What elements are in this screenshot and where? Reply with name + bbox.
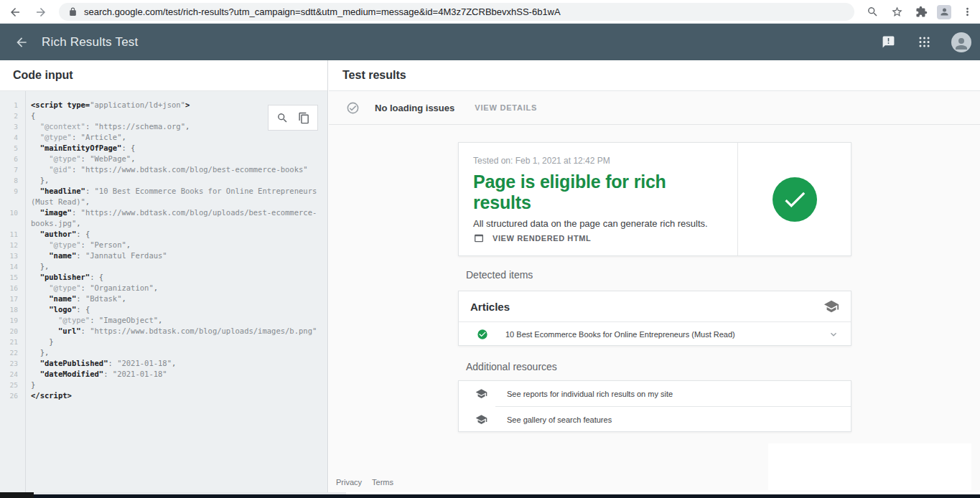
code-line: 13 "name": "Jannatul Ferdaus" xyxy=(0,250,325,261)
line-number: 22 xyxy=(0,347,26,358)
code-line: 17 "name": "Bdtask", xyxy=(0,293,325,304)
code-line-text: "@type": "ImageObject", xyxy=(26,315,325,326)
line-number: 24 xyxy=(0,369,26,380)
article-item-row[interactable]: 10 Best Ecommerce Books for Online Entre… xyxy=(459,322,851,346)
url-text: search.google.com/test/rich-results?utm_… xyxy=(84,6,561,17)
horizontal-scrollbar-thumb[interactable] xyxy=(0,492,34,498)
code-line-text: "mainEntityOfPage": { xyxy=(26,143,325,154)
code-line: 26</script> xyxy=(0,390,325,401)
resources-card: See reports for individual rich results … xyxy=(458,380,851,432)
eligibility-subtitle: All structured data on the page can gene… xyxy=(473,218,723,229)
apps-grid-button[interactable] xyxy=(915,34,933,51)
articles-title: Articles xyxy=(470,301,510,313)
code-toolbar xyxy=(268,105,318,131)
view-details-button[interactable]: VIEW DETAILS xyxy=(475,103,537,112)
article-item-label: 10 Best Ecommerce Books for Online Entre… xyxy=(505,330,735,339)
app-back-button[interactable] xyxy=(12,33,30,51)
success-check-circle-icon xyxy=(773,177,817,222)
window-bottom-edge xyxy=(0,494,980,498)
line-number: 10 xyxy=(0,207,26,218)
code-line-text: "publisher": { xyxy=(26,272,325,283)
code-input-panel: Code input 1<script type="application/ld… xyxy=(0,60,328,492)
code-line: 21 } xyxy=(0,337,325,347)
back-arrow-icon xyxy=(9,6,22,19)
three-dot-menu-icon xyxy=(961,6,974,18)
articles-card-header: Articles xyxy=(459,291,851,322)
account-avatar[interactable] xyxy=(951,32,971,52)
code-copy-button[interactable] xyxy=(296,110,312,126)
line-number: 23 xyxy=(0,358,26,369)
additional-resources-heading: Additional resources xyxy=(466,361,557,372)
code-line: 9 "headline": "10 Best Ecommerce Books f… xyxy=(0,186,325,207)
test-results-title: Test results xyxy=(329,60,980,91)
feedback-button[interactable] xyxy=(879,34,897,51)
code-line-text: "logo": { xyxy=(26,304,325,315)
code-line: 16 "@type": "Organization", xyxy=(0,283,325,293)
resource-link-row[interactable]: See gallery of search features xyxy=(459,407,851,432)
tested-on-text: Tested on: Feb 1, 2021 at 12:42 PM xyxy=(473,156,723,166)
code-line: 12 "@type": "Person", xyxy=(0,240,325,250)
code-line: 22 }, xyxy=(0,347,325,358)
extensions-button[interactable] xyxy=(913,4,930,21)
line-number: 13 xyxy=(0,250,26,261)
result-card-status xyxy=(738,143,851,255)
browser-toolbar: search.google.com/test/rich-results?utm_… xyxy=(0,0,980,24)
line-number: 2 xyxy=(0,111,26,121)
code-line: 4 "@type": "Article", xyxy=(0,132,325,143)
code-editor[interactable]: 1<script type="application/ld+json">2{3 … xyxy=(0,91,327,492)
code-line-text: }, xyxy=(26,261,325,272)
app-title: Rich Results Test xyxy=(42,24,138,60)
resource-link-label: See gallery of search features xyxy=(507,415,612,424)
code-line: 24 "dateModified": "2021-01-18" xyxy=(0,369,325,380)
privacy-link[interactable]: Privacy xyxy=(336,478,362,487)
code-line: 8 }, xyxy=(0,175,325,186)
code-line-text: "@type": "Article", xyxy=(26,132,325,143)
graduation-cap-icon[interactable] xyxy=(823,299,839,314)
test-results-panel: Test results No loading issues VIEW DETA… xyxy=(329,60,980,492)
code-line-text: "author": { xyxy=(26,229,325,240)
code-line-text: "image": "https://www.bdtask.com/blog/up… xyxy=(26,207,325,229)
line-number: 15 xyxy=(0,272,26,283)
address-bar[interactable]: search.google.com/test/rich-results?utm_… xyxy=(59,3,854,21)
code-line: 14 }, xyxy=(0,261,325,272)
resource-link-label: See reports for individual rich results … xyxy=(507,390,673,398)
zoom-button[interactable] xyxy=(864,4,881,21)
code-line-text: "@id": "https://www.bdtask.com/blog/best… xyxy=(26,164,325,175)
line-number: 19 xyxy=(0,315,26,326)
line-number: 21 xyxy=(0,337,26,347)
terms-link[interactable]: Terms xyxy=(372,478,393,487)
bookmark-button[interactable] xyxy=(888,4,905,21)
robot-avatar-icon xyxy=(939,6,950,17)
code-line: 6 "@type": "WebPage", xyxy=(0,154,325,164)
code-line-text: } xyxy=(26,380,325,390)
check-circle-outline-icon xyxy=(346,101,360,115)
loading-status-label: No loading issues xyxy=(375,103,454,113)
line-number: 26 xyxy=(0,390,26,401)
line-number: 5 xyxy=(0,143,26,154)
chevron-down-icon[interactable] xyxy=(828,329,839,340)
code-lines: 1<script type="application/ld+json">2{3 … xyxy=(0,100,325,401)
forward-arrow-icon xyxy=(34,6,47,19)
user-avatar-icon xyxy=(953,35,970,52)
code-line-text: "name": "Bdtask", xyxy=(26,293,325,304)
resource-link-row[interactable]: See reports for individual rich results … xyxy=(459,381,851,406)
browser-menu-button[interactable] xyxy=(958,4,976,21)
code-line: 5 "mainEntityOfPage": { xyxy=(0,143,325,154)
line-number: 7 xyxy=(0,164,26,175)
back-arrow-icon xyxy=(14,35,29,50)
browser-window-icon xyxy=(473,232,485,244)
puzzle-icon xyxy=(915,6,928,18)
line-number: 11 xyxy=(0,229,26,240)
code-line-text: "name": "Jannatul Ferdaus" xyxy=(26,250,325,261)
view-rendered-html-button[interactable]: VIEW RENDERED HTML xyxy=(473,232,591,244)
code-line: 20 "url": "https://www.bdtask.com/blog/u… xyxy=(0,326,325,337)
code-search-button[interactable] xyxy=(274,110,290,126)
browser-forward-button[interactable] xyxy=(32,3,50,21)
line-number: 1 xyxy=(0,100,26,111)
line-number: 12 xyxy=(0,240,26,250)
code-line-text: }, xyxy=(26,175,325,186)
extension-avatar-button[interactable] xyxy=(937,5,951,19)
browser-back-button[interactable] xyxy=(6,3,24,21)
code-line: 10 "image": "https://www.bdtask.com/blog… xyxy=(0,207,325,229)
view-rendered-html-label: VIEW RENDERED HTML xyxy=(493,234,591,243)
